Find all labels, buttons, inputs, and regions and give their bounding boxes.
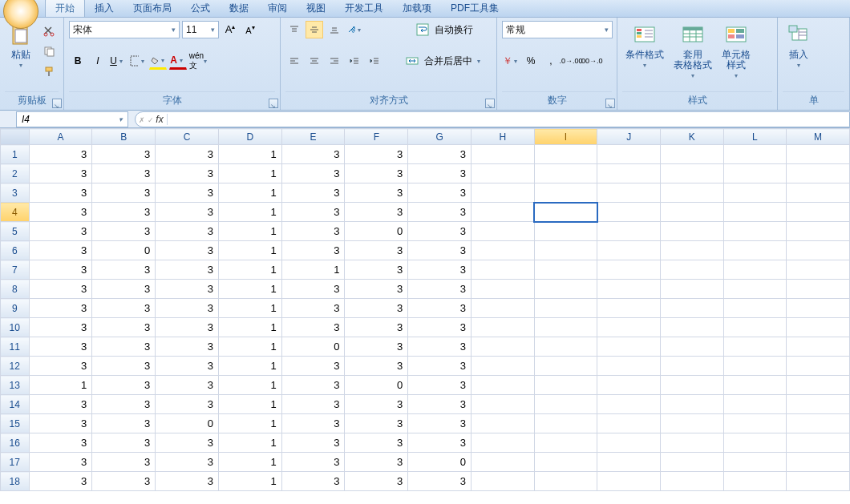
cell-C15[interactable]: 0 <box>156 414 219 433</box>
cell-M13[interactable] <box>787 376 850 395</box>
cell-G1[interactable]: 3 <box>408 145 472 164</box>
select-all-corner[interactable] <box>1 129 30 145</box>
cell-C6[interactable]: 3 <box>156 241 219 260</box>
fx-icon[interactable]: fx <box>136 114 168 125</box>
cell-F1[interactable]: 3 <box>345 145 408 164</box>
cell-B15[interactable]: 3 <box>92 414 156 433</box>
cell-L16[interactable] <box>723 433 787 453</box>
font-launcher[interactable] <box>269 99 278 108</box>
cell-E15[interactable]: 3 <box>281 414 345 433</box>
row-header-2[interactable]: 2 <box>1 164 30 183</box>
cell-F17[interactable]: 3 <box>345 453 408 472</box>
cell-B18[interactable]: 3 <box>92 472 156 491</box>
name-box[interactable]: I4▾ <box>16 111 128 127</box>
cell-D15[interactable]: 1 <box>218 414 281 433</box>
cell-G9[interactable]: 3 <box>408 299 472 318</box>
cell-I14[interactable] <box>534 395 597 414</box>
cell-E11[interactable]: 0 <box>281 337 345 357</box>
tab-开始[interactable]: 开始 <box>45 0 85 17</box>
row-header-1[interactable]: 1 <box>1 145 30 164</box>
cell-C18[interactable]: 3 <box>156 472 219 491</box>
cell-F5[interactable]: 0 <box>345 222 408 241</box>
cell-G14[interactable]: 3 <box>408 395 472 414</box>
cell-L5[interactable] <box>723 222 787 241</box>
cell-M10[interactable] <box>787 318 850 337</box>
cell-J18[interactable] <box>597 472 661 491</box>
cell-J15[interactable] <box>597 414 661 433</box>
cell-G17[interactable]: 0 <box>408 453 472 472</box>
row-header-16[interactable]: 16 <box>1 433 30 453</box>
cell-I1[interactable] <box>534 145 597 164</box>
cell-H2[interactable] <box>472 164 535 183</box>
cell-B6[interactable]: 0 <box>92 241 156 260</box>
cell-L10[interactable] <box>723 318 787 337</box>
cell-G11[interactable]: 3 <box>408 337 472 357</box>
cell-G12[interactable]: 3 <box>408 357 472 376</box>
tab-开发工具[interactable]: 开发工具 <box>335 0 393 17</box>
cell-D10[interactable]: 1 <box>218 318 281 337</box>
cell-I6[interactable] <box>534 241 597 260</box>
cell-E10[interactable]: 3 <box>281 318 345 337</box>
row-header-13[interactable]: 13 <box>1 376 30 395</box>
cell-F8[interactable]: 3 <box>345 280 408 299</box>
cell-E14[interactable]: 3 <box>281 395 345 414</box>
cell-F9[interactable]: 3 <box>345 299 408 318</box>
clipboard-launcher[interactable] <box>52 99 62 108</box>
cell-D16[interactable]: 1 <box>218 433 281 453</box>
cell-J17[interactable] <box>597 453 661 472</box>
cell-I13[interactable] <box>534 376 597 395</box>
cell-L9[interactable] <box>723 299 787 318</box>
cell-H9[interactable] <box>472 299 535 318</box>
cell-D7[interactable]: 1 <box>218 260 281 280</box>
cell-M16[interactable] <box>787 433 850 453</box>
cell-F15[interactable]: 3 <box>345 414 408 433</box>
cell-B16[interactable]: 3 <box>92 433 156 453</box>
increase-decimal-button[interactable]: .0→.00 <box>562 52 580 70</box>
border-button[interactable]: ▾ <box>129 52 147 70</box>
italic-button[interactable]: I <box>89 52 107 70</box>
cell-J8[interactable] <box>597 280 661 299</box>
cell-E1[interactable]: 3 <box>281 145 345 164</box>
cell-C10[interactable]: 3 <box>156 318 219 337</box>
cell-F3[interactable]: 3 <box>345 183 408 203</box>
cell-I8[interactable] <box>534 280 597 299</box>
cell-M5[interactable] <box>787 222 850 241</box>
cell-H16[interactable] <box>472 433 535 453</box>
cell-C1[interactable]: 3 <box>156 145 219 164</box>
cell-I9[interactable] <box>534 299 597 318</box>
cell-E8[interactable]: 3 <box>281 280 345 299</box>
cell-G5[interactable]: 3 <box>408 222 472 241</box>
phonetic-button[interactable]: wén文▾ <box>189 52 207 70</box>
cell-D18[interactable]: 1 <box>218 472 281 491</box>
cell-I7[interactable] <box>534 260 597 280</box>
cell-A13[interactable]: 1 <box>29 376 92 395</box>
formula-bar[interactable]: fx <box>135 111 850 127</box>
cell-K6[interactable] <box>660 241 723 260</box>
cell-styles-button[interactable]: 单元格 样式▾ <box>718 21 754 83</box>
cell-E13[interactable]: 3 <box>281 376 345 395</box>
cell-I12[interactable] <box>534 357 597 376</box>
format-as-table-button[interactable]: 套用 表格格式▾ <box>670 21 715 83</box>
paste-dropdown[interactable]: ▾ <box>17 60 26 71</box>
row-header-6[interactable]: 6 <box>1 241 30 260</box>
cell-C7[interactable]: 3 <box>156 260 219 280</box>
cell-I10[interactable] <box>534 318 597 337</box>
col-header-C[interactable]: C <box>156 129 219 145</box>
comma-button[interactable]: , <box>542 52 560 70</box>
cell-E16[interactable]: 3 <box>281 433 345 453</box>
row-header-9[interactable]: 9 <box>1 299 30 318</box>
row-header-17[interactable]: 17 <box>1 453 30 472</box>
cell-G18[interactable]: 3 <box>408 472 472 491</box>
cell-C12[interactable]: 3 <box>156 357 219 376</box>
cell-L1[interactable] <box>723 145 787 164</box>
align-middle-button[interactable] <box>306 21 323 38</box>
cell-C17[interactable]: 3 <box>156 453 219 472</box>
cell-B1[interactable]: 3 <box>92 145 156 164</box>
cell-C2[interactable]: 3 <box>156 164 219 183</box>
cell-L15[interactable] <box>723 414 787 433</box>
cell-H5[interactable] <box>472 222 535 241</box>
row-header-3[interactable]: 3 <box>1 183 30 203</box>
cell-K18[interactable] <box>660 472 723 491</box>
cell-B12[interactable]: 3 <box>92 357 156 376</box>
cell-M14[interactable] <box>787 395 850 414</box>
